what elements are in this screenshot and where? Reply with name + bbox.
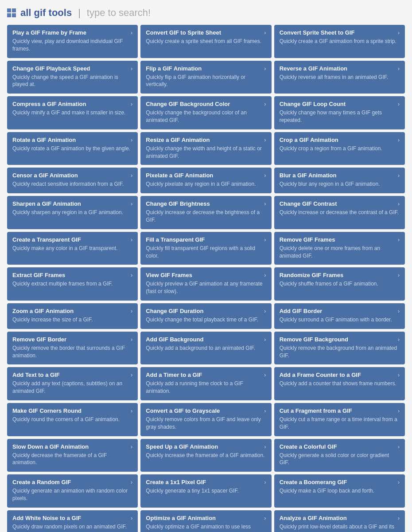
tool-card[interactable]: Add GIF Border›Quickly surround a GIF an… bbox=[274, 303, 405, 329]
tool-arrow-icon: › bbox=[398, 407, 400, 414]
tool-card-header: Play a GIF Frame by Frame› bbox=[12, 29, 132, 36]
grid-icon bbox=[7, 8, 16, 17]
tool-card[interactable]: Cut a Fragment from a GIF›Quickly cut a … bbox=[274, 403, 405, 436]
tool-card-header: Extract GIF Frames› bbox=[12, 272, 132, 278]
tool-arrow-icon: › bbox=[131, 172, 132, 179]
tool-card[interactable]: Play a GIF Frame by Frame›Quickly view, … bbox=[7, 25, 138, 58]
tool-title: Censor a GIF Animation bbox=[12, 172, 78, 179]
tool-card[interactable]: Reverse a GIF Animation›Quickly reverse … bbox=[274, 61, 405, 94]
tool-card[interactable]: Create a Colorful GIF›Quickly generate a… bbox=[274, 439, 405, 472]
tool-card[interactable]: Extract GIF Frames›Quickly extract multi… bbox=[7, 267, 138, 301]
tool-card-header: Flip a GIF Animation› bbox=[146, 65, 266, 72]
tool-card[interactable]: Analyze a GIF Animation›Quickly print lo… bbox=[274, 510, 405, 532]
tool-card[interactable]: Add Text to a GIF›Quickly add any text (… bbox=[7, 367, 138, 400]
tool-card[interactable]: Zoom a GIF Animation›Quickly increase th… bbox=[7, 303, 138, 329]
tool-card-header: Convert GIF to Sprite Sheet› bbox=[146, 29, 266, 36]
tool-description: Quickly create a GIF animation from a sp… bbox=[280, 38, 400, 45]
tool-card[interactable]: Change GIF Contrast›Quickly increase or … bbox=[274, 196, 405, 229]
tool-card[interactable]: View GIF Frames›Quickly preview a GIF an… bbox=[140, 267, 271, 301]
tool-card[interactable]: Rotate a GIF Animation›Quickly rotate a … bbox=[7, 132, 138, 165]
tool-description: Quickly minify a GIF and make it smaller… bbox=[12, 109, 132, 117]
header-divider: | bbox=[78, 7, 81, 19]
tool-title: Convert a GIF to Grayscale bbox=[146, 407, 220, 414]
tool-arrow-icon: › bbox=[264, 443, 266, 450]
tool-card[interactable]: Change GIF Playback Speed›Quickly change… bbox=[7, 61, 138, 94]
tool-arrow-icon: › bbox=[398, 137, 400, 143]
tool-arrow-icon: › bbox=[398, 479, 400, 485]
tool-description: Quickly optimize a GIF animation to use … bbox=[146, 523, 266, 532]
tool-card[interactable]: Randomize GIF Frames›Quickly shuffle fra… bbox=[274, 267, 405, 301]
tool-description: Quickly decrease the framerate of a GIF … bbox=[12, 452, 132, 467]
tool-description: Quickly extract multiple frames from a G… bbox=[12, 280, 132, 288]
tool-arrow-icon: › bbox=[264, 308, 266, 314]
tool-title: Sharpen a GIF Animation bbox=[12, 200, 81, 207]
tool-description: Quickly add a running time clock to a GI… bbox=[146, 380, 266, 395]
tool-card[interactable]: Convert Sprite Sheet to GIF›Quickly crea… bbox=[274, 25, 405, 58]
tool-title: Change GIF Loop Count bbox=[280, 101, 346, 107]
tool-card[interactable]: Remove GIF Border›Quickly remove the bor… bbox=[7, 332, 138, 365]
tool-title: Remove GIF Background bbox=[280, 336, 348, 343]
tool-card-header: Create a Boomerang GIF› bbox=[280, 479, 400, 485]
tool-title: Compress a GIF Animation bbox=[12, 101, 86, 107]
tool-arrow-icon: › bbox=[398, 200, 400, 207]
tool-card[interactable]: Add GIF Background›Quickly add a backgro… bbox=[140, 332, 271, 365]
tool-arrow-icon: › bbox=[264, 101, 266, 107]
tool-card[interactable]: Slow Down a GIF Animation›Quickly decrea… bbox=[7, 439, 138, 472]
tool-card[interactable]: Remove GIF Background›Quickly remove the… bbox=[274, 332, 405, 365]
tool-card[interactable]: Add a Frame Counter to a GIF›Quickly add… bbox=[274, 367, 405, 400]
tool-card[interactable]: Change GIF Loop Count›Quickly change how… bbox=[274, 96, 405, 129]
tool-title: Cut a Fragment from a GIF bbox=[280, 407, 352, 414]
tool-card[interactable]: Create a 1x1 Pixel GIF›Quickly generate … bbox=[140, 474, 271, 508]
tool-arrow-icon: › bbox=[131, 137, 132, 143]
tool-description: Quickly fill transparent GIF regions wit… bbox=[146, 245, 266, 260]
tool-card[interactable]: Remove GIF Frames›Quickly delete one or … bbox=[274, 232, 405, 265]
tool-arrow-icon: › bbox=[131, 29, 132, 36]
tool-card[interactable]: Change GIF Duration›Quickly change the t… bbox=[140, 303, 271, 329]
tool-card[interactable]: Pixelate a GIF Animation›Quickly pixelat… bbox=[140, 168, 271, 193]
tool-arrow-icon: › bbox=[398, 236, 400, 243]
tool-card[interactable]: Convert a GIF to Grayscale›Quickly remov… bbox=[140, 403, 271, 436]
tool-description: Quickly increase or decrease the brightn… bbox=[146, 209, 266, 224]
tool-arrow-icon: › bbox=[398, 272, 400, 278]
tool-card[interactable]: Convert GIF to Sprite Sheet›Quickly crea… bbox=[140, 25, 271, 58]
tool-card[interactable]: Compress a GIF Animation›Quickly minify … bbox=[7, 96, 138, 129]
tool-card-header: Slow Down a GIF Animation› bbox=[12, 443, 132, 450]
tool-card-header: Optimize a GIF Animation› bbox=[146, 515, 266, 521]
tool-title: Make GIF Corners Round bbox=[12, 407, 82, 414]
tool-title: Flip a GIF Animation bbox=[146, 65, 202, 72]
tool-card[interactable]: Sharpen a GIF Animation›Quickly sharpen … bbox=[7, 196, 138, 229]
tool-title: Add White Noise to a GIF bbox=[12, 515, 81, 521]
tool-card-header: Resize a GIF Animation› bbox=[146, 137, 266, 143]
tool-card[interactable]: Resize a GIF Animation›Quickly change th… bbox=[140, 132, 271, 165]
tool-card[interactable]: Make GIF Corners Round›Quickly round the… bbox=[7, 403, 138, 436]
tool-card[interactable]: Speed Up a GIF Animation›Quickly increas… bbox=[140, 439, 271, 472]
tool-title: Add a Timer to a GIF bbox=[146, 372, 202, 378]
tool-card[interactable]: Censor a GIF Animation›Quickly redact se… bbox=[7, 168, 138, 193]
tool-card[interactable]: Create a Random GIF›Quickly generate an … bbox=[7, 474, 138, 508]
tool-arrow-icon: › bbox=[398, 372, 400, 378]
tool-card[interactable]: Flip a GIF Animation›Quickly flip a GIF … bbox=[140, 61, 271, 94]
tool-card[interactable]: Add White Noise to a GIF›Quickly draw ra… bbox=[7, 510, 138, 532]
tool-card[interactable]: Crop a GIF Animation›Quickly crop a regi… bbox=[274, 132, 405, 165]
page-title: all gif tools bbox=[20, 7, 72, 19]
tool-title: Convert Sprite Sheet to GIF bbox=[280, 29, 355, 36]
tool-title: Analyze a GIF Animation bbox=[280, 515, 347, 521]
tool-arrow-icon: › bbox=[131, 443, 132, 450]
tool-card[interactable]: Change GIF Brightness›Quickly increase o… bbox=[140, 196, 271, 229]
tool-description: Quickly add any text (captions, subtitle… bbox=[12, 380, 132, 395]
tool-card[interactable]: Fill a Transparent GIF›Quickly fill tran… bbox=[140, 232, 271, 265]
tool-card[interactable]: Optimize a GIF Animation›Quickly optimiz… bbox=[140, 510, 271, 532]
tool-card[interactable]: Create a Boomerang GIF›Quickly make a GI… bbox=[274, 474, 405, 508]
tool-card[interactable]: Add a Timer to a GIF›Quickly add a runni… bbox=[140, 367, 271, 400]
tool-card-header: Censor a GIF Animation› bbox=[12, 172, 132, 179]
tool-card-header: Crop a GIF Animation› bbox=[280, 137, 400, 143]
tool-arrow-icon: › bbox=[398, 336, 400, 343]
tool-card-header: Remove GIF Border› bbox=[12, 336, 132, 343]
tool-arrow-icon: › bbox=[398, 29, 400, 36]
tool-card-header: Sharpen a GIF Animation› bbox=[12, 200, 132, 207]
tool-card[interactable]: Change GIF Background Color›Quickly chan… bbox=[140, 96, 271, 129]
search-hint[interactable]: type to search! bbox=[87, 7, 151, 19]
tool-title: Randomize GIF Frames bbox=[280, 272, 343, 278]
tool-card[interactable]: Blur a GIF Animation›Quickly blur any re… bbox=[274, 168, 405, 193]
tool-card[interactable]: Create a Transparent GIF›Quickly make an… bbox=[7, 232, 138, 265]
